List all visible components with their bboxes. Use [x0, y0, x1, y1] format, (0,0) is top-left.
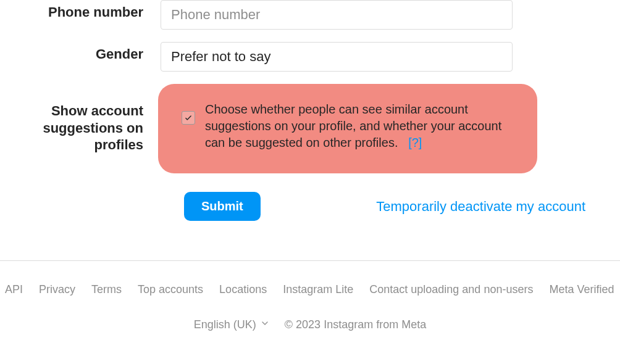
footer-link-api[interactable]: API	[5, 283, 23, 296]
submit-button[interactable]: Submit	[184, 192, 261, 221]
phone-input[interactable]	[161, 0, 513, 30]
gender-row: Gender Prefer not to say	[0, 42, 620, 72]
suggestions-label: Show account suggestions on profiles	[43, 103, 143, 152]
phone-row: Phone number	[0, 0, 620, 30]
suggestions-description: Choose whether people can see similar ac…	[205, 102, 501, 149]
copyright-text: © 2023 Instagram from Meta	[285, 318, 426, 331]
chevron-down-icon	[260, 318, 270, 331]
footer-link-instagram-lite[interactable]: Instagram Lite	[283, 283, 353, 296]
suggestions-description-wrapper: Choose whether people can see similar ac…	[205, 101, 513, 151]
gender-input[interactable]: Prefer not to say	[161, 42, 513, 72]
language-selector[interactable]: English (UK)	[194, 318, 270, 331]
footer-link-top-accounts[interactable]: Top accounts	[138, 283, 203, 296]
footer-link-privacy[interactable]: Privacy	[39, 283, 75, 296]
actions-row: Submit Temporarily deactivate my account	[0, 192, 620, 221]
language-label: English (UK)	[194, 318, 256, 331]
deactivate-link[interactable]: Temporarily deactivate my account	[376, 199, 620, 215]
footer-bottom: English (UK) © 2023 Instagram from Meta	[0, 318, 620, 331]
footer-link-contact-uploading[interactable]: Contact uploading and non-users	[369, 283, 533, 296]
footer-link-terms[interactable]: Terms	[91, 283, 122, 296]
footer-links: API Privacy Terms Top accounts Locations…	[0, 283, 620, 296]
phone-label: Phone number	[48, 4, 143, 20]
suggestions-checkbox[interactable]	[182, 111, 195, 125]
settings-form: Phone number Gender Prefer not to say Sh…	[0, 0, 620, 246]
footer: API Privacy Terms Top accounts Locations…	[0, 261, 620, 331]
footer-link-meta-verified[interactable]: Meta Verified	[549, 283, 614, 296]
footer-link-locations[interactable]: Locations	[219, 283, 267, 296]
gender-label: Gender	[96, 46, 143, 62]
check-icon	[184, 114, 193, 122]
suggestions-highlight: Choose whether people can see similar ac…	[158, 84, 537, 173]
suggestions-help-link[interactable]: [?]	[408, 136, 422, 149]
suggestions-row: Show account suggestions on profiles Cho…	[0, 84, 620, 173]
